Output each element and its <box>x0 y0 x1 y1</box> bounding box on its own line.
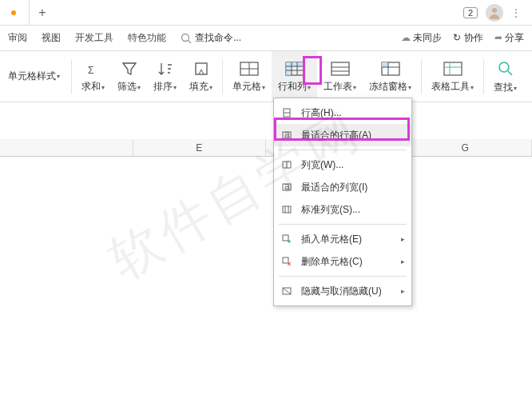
tabletools-button[interactable]: 表格工具▾ <box>425 51 480 102</box>
cell-icon <box>239 60 260 78</box>
blank-area <box>0 102 532 139</box>
menu-separator <box>279 224 407 225</box>
sort-button[interactable]: 排序▾ <box>147 51 183 102</box>
menu-col-width[interactable]: 列宽(W)... <box>274 154 411 176</box>
submenu-arrow-icon: ▸ <box>401 287 405 295</box>
svg-point-1 <box>182 34 189 41</box>
column-headers: E G <box>0 139 532 157</box>
menu-special[interactable]: 特色功能 <box>128 31 166 45</box>
filter-button[interactable]: 筛选▾ <box>111 51 147 102</box>
menu-insert-cells[interactable]: 插入单元格(E) ▸ <box>274 228 411 250</box>
svg-line-45 <box>283 288 291 294</box>
bestcolwidth-icon: a <box>280 181 293 194</box>
menu-left: 审阅 视图 开发工具 特色功能 查找命令... <box>8 31 241 45</box>
page-badge[interactable]: 2 <box>463 7 478 18</box>
cell-button[interactable]: 单元格▾ <box>226 51 272 102</box>
fill-button[interactable]: 填充▾ <box>183 51 219 102</box>
sync-status[interactable]: ☁ 未同步 <box>401 31 442 45</box>
svg-rect-10 <box>286 62 292 75</box>
cell-style-button[interactable]: 单元格样式▾ <box>0 51 68 102</box>
menu-review[interactable]: 审阅 <box>8 31 27 45</box>
separator <box>421 59 422 94</box>
menu-label: 删除单元格(C) <box>301 255 363 269</box>
modified-dot-icon <box>11 10 16 15</box>
share-icon: ➦ <box>494 32 502 43</box>
more-icon[interactable]: ⋮ <box>511 7 521 18</box>
col-header[interactable]: G <box>399 139 533 156</box>
svg-rect-22 <box>444 62 462 75</box>
document-tabbar: + 2 ⋮ <box>0 0 532 26</box>
svg-rect-19 <box>382 62 388 67</box>
menu-label: 最适合的列宽(I) <box>301 181 367 194</box>
search-icon <box>181 33 192 44</box>
menu-label: 插入单元格(E) <box>301 233 362 246</box>
svg-point-25 <box>499 62 509 72</box>
collaborate-button[interactable]: ↻ 协作 <box>453 31 482 45</box>
menu-delete-cells[interactable]: 删除单元格(C) ▸ <box>274 250 411 273</box>
sort-icon <box>157 60 174 78</box>
highlight-dropdown-caret <box>303 56 322 85</box>
svg-point-0 <box>492 8 497 13</box>
svg-rect-15 <box>332 62 349 75</box>
svg-text:Σ: Σ <box>88 65 93 76</box>
worksheet-icon <box>330 60 351 78</box>
deletecells-icon <box>280 255 293 268</box>
cloud-icon: ☁ <box>401 32 411 43</box>
worksheet-button[interactable]: 工作表▾ <box>317 51 363 102</box>
menu-hide-unhide[interactable]: 隐藏与取消隐藏(U) ▸ <box>274 280 411 302</box>
menu-std-col-width[interactable]: 标准列宽(S)... <box>274 198 411 221</box>
freeze-icon <box>380 60 401 78</box>
sum-button[interactable]: Σ 求和▾ <box>75 51 111 102</box>
svg-text:a: a <box>284 182 290 192</box>
search-placeholder: 查找命令... <box>195 31 241 45</box>
menu-separator <box>279 276 407 277</box>
svg-line-26 <box>508 71 512 75</box>
col-header[interactable]: E <box>133 139 267 156</box>
freeze-button[interactable]: 冻结窗格▾ <box>363 51 418 102</box>
tabletools-icon <box>443 60 463 78</box>
svg-rect-38 <box>283 235 288 241</box>
user-avatar[interactable] <box>486 4 503 22</box>
ribbon: 单元格样式▾ Σ 求和▾ 筛选▾ 排序▾ 填充▾ 单元格▾ 行和列▾ 工作表▾ … <box>0 51 532 102</box>
filter-icon <box>121 60 138 78</box>
insertcells-icon <box>280 233 293 245</box>
separator <box>71 59 72 94</box>
hide-icon <box>280 285 293 297</box>
menu-label: 列宽(W)... <box>301 158 343 172</box>
rowcol-icon <box>284 60 305 78</box>
tabbar-left: + <box>3 0 55 25</box>
separator <box>222 59 223 94</box>
menu-devtools[interactable]: 开发工具 <box>75 31 113 45</box>
menu-label: 隐藏与取消隐藏(U) <box>301 285 382 298</box>
menu-view[interactable]: 视图 <box>42 31 61 45</box>
share-button[interactable]: ➦ 分享 <box>494 31 524 45</box>
command-search[interactable]: 查找命令... <box>181 31 241 45</box>
menu-best-col-width[interactable]: a 最适合的列宽(I) <box>274 176 411 198</box>
highlight-best-row-height <box>274 118 410 141</box>
col-header[interactable] <box>0 139 133 156</box>
menu-right: ☁ 未同步 ↻ 协作 ➦ 分享 <box>401 31 524 45</box>
coop-icon: ↻ <box>453 32 461 43</box>
find-button[interactable]: 查找▾ <box>487 51 523 102</box>
find-icon <box>496 59 515 78</box>
fill-icon <box>193 60 210 78</box>
menu-label: 标准列宽(S)... <box>301 203 360 217</box>
menu-separator <box>279 150 407 150</box>
separator <box>483 59 484 94</box>
tabbar-right: 2 ⋮ <box>463 4 529 22</box>
new-tab-button[interactable]: + <box>30 6 55 20</box>
menubar: 审阅 视图 开发工具 特色功能 查找命令... ☁ 未同步 ↻ 协作 ➦ 分享 <box>0 26 532 51</box>
svg-line-2 <box>189 40 192 43</box>
active-tab[interactable] <box>3 0 30 25</box>
submenu-arrow-icon: ▸ <box>401 235 405 243</box>
submenu-arrow-icon: ▸ <box>401 257 405 265</box>
stdcolwidth-icon <box>280 203 293 216</box>
sum-icon: Σ <box>85 60 102 78</box>
svg-rect-41 <box>283 257 288 263</box>
svg-rect-35 <box>283 206 291 213</box>
colwidth-icon <box>280 158 293 171</box>
